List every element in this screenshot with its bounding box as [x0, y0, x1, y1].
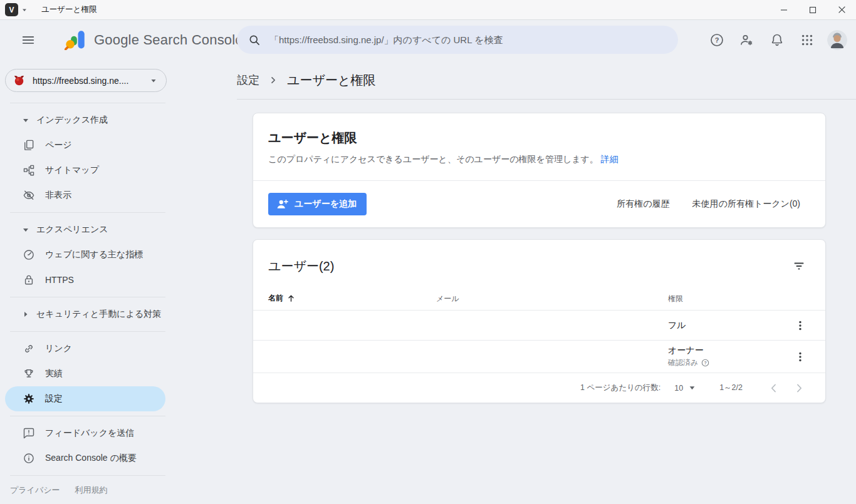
search-icon — [248, 34, 261, 46]
sidebar-item-core-web-vitals[interactable]: ウェブに関する主な指標 — [5, 242, 165, 267]
terms-link[interactable]: 利用規約 — [75, 485, 108, 496]
url-inspection-searchbox[interactable] — [237, 26, 678, 54]
apps-grid-button[interactable] — [795, 28, 820, 53]
account-avatar[interactable] — [827, 30, 847, 50]
privacy-link[interactable]: プライバシー — [10, 485, 60, 496]
close-button[interactable] — [827, 0, 856, 20]
description-text: このプロパティにアクセスできるユーザーと、そのユーザーの権限を管理します。 — [268, 154, 598, 164]
rows-per-page-select[interactable]: 10 — [674, 384, 696, 393]
lock-icon — [23, 274, 35, 286]
browser-titlebar: V ユーザーと権限 — [0, 0, 856, 20]
sidebar-item-label: 実績 — [45, 368, 63, 379]
hamburger-menu-button[interactable] — [16, 28, 41, 53]
info-icon — [23, 452, 35, 465]
sidebar-item-label: Search Console の概要 — [45, 453, 137, 464]
avatar-image — [827, 30, 847, 50]
sidebar-item-feedback[interactable]: フィードバックを送信 — [5, 421, 165, 446]
cell-permission: フル — [668, 320, 790, 331]
unused-tokens-button[interactable]: 未使用の所有権トークン(0) — [692, 198, 800, 210]
appbar-actions: ? — [704, 28, 847, 53]
person-add-icon — [276, 198, 289, 211]
freebsd-favicon — [13, 75, 25, 86]
window-controls — [770, 0, 856, 20]
ownership-history-button[interactable]: 所有権の履歴 — [617, 198, 669, 210]
row-menu-button[interactable] — [790, 351, 810, 363]
apps-grid-icon — [800, 33, 814, 47]
sidebar-item-label: 非表示 — [45, 190, 71, 201]
next-page-button[interactable] — [786, 376, 812, 401]
sidebar-item-label: ウェブに関する主な指標 — [45, 249, 143, 260]
property-selector[interactable]: https://freebsd.sing.ne.... — [5, 69, 167, 92]
breadcrumb-chevron-icon — [269, 76, 278, 85]
rows-per-page-label: 1 ページあたりの行数: — [580, 383, 660, 393]
search-input[interactable] — [269, 34, 667, 45]
pages-icon — [23, 139, 35, 152]
filter-button[interactable] — [788, 255, 810, 277]
maximize-button[interactable] — [798, 0, 827, 20]
tab-title: ユーザーと権限 — [41, 4, 97, 15]
column-header-email[interactable]: メール — [436, 292, 668, 304]
sidebar-item-label: ページ — [45, 140, 72, 151]
permissions-card-description: このプロパティにアクセスできるユーザーと、そのユーザーの権限を管理します。 詳細 — [268, 154, 810, 165]
page-title: ユーザーと権限 — [287, 72, 375, 89]
filter-icon — [793, 260, 805, 272]
section-indexing[interactable]: インデックス作成 — [5, 108, 165, 133]
divider — [10, 297, 165, 297]
sidebar-item-settings[interactable]: 設定 — [5, 386, 165, 411]
feedback-icon — [23, 427, 35, 440]
sidebar-item-sitemaps[interactable]: サイトマップ — [5, 158, 165, 183]
sidebar-footer: プライバシー 利用規約 — [10, 485, 188, 496]
cell-permission-note: 確認済み ? — [668, 357, 790, 368]
divider — [10, 103, 165, 103]
column-header-permission[interactable]: 権限 — [668, 292, 790, 304]
svg-text:?: ? — [704, 361, 707, 365]
help-button[interactable]: ? — [704, 28, 729, 53]
column-header-name[interactable]: 名前 — [268, 293, 436, 304]
sidebar: https://freebsd.sing.ne.... インデックス作成 ページ… — [0, 59, 188, 504]
sitemap-icon — [23, 164, 35, 177]
breadcrumb-settings-link[interactable]: 設定 — [237, 73, 259, 88]
minimize-icon — [780, 6, 788, 14]
sidebar-item-pages[interactable]: ページ — [5, 133, 165, 158]
caret-expanded-icon — [23, 224, 29, 236]
browser-menu-button[interactable]: V — [5, 3, 18, 16]
eye-off-icon — [23, 189, 35, 202]
help-icon: ? — [709, 33, 724, 48]
user-gear-icon — [739, 33, 754, 48]
permissions-card: ユーザーと権限 このプロパティにアクセスできるユーザーと、そのユーザーの権限を管… — [253, 113, 826, 228]
table-header-row: 名前 メール 権限 — [253, 286, 825, 310]
rows-per-page-value: 10 — [674, 384, 683, 393]
table-row: フル — [253, 310, 825, 340]
sidebar-item-label: 設定 — [45, 393, 63, 404]
add-user-button[interactable]: ユーザーを追加 — [268, 193, 367, 215]
sidebar-item-label: フィードバックを送信 — [45, 428, 134, 439]
sidebar-item-achievements[interactable]: 実績 — [5, 361, 165, 386]
table-pagination: 1 ページあたりの行数: 10 1～2/2 — [253, 373, 825, 403]
notifications-button[interactable] — [765, 28, 790, 53]
learn-more-link[interactable]: 詳細 — [601, 154, 619, 164]
link-icon — [23, 342, 35, 355]
gauge-icon — [23, 249, 35, 261]
chevron-left-icon — [769, 383, 779, 393]
minimize-button[interactable] — [770, 0, 798, 20]
section-security[interactable]: セキュリティと手動による対策 — [5, 302, 165, 327]
cell-permission: オーナー — [668, 345, 790, 356]
sidebar-item-removals[interactable]: 非表示 — [5, 183, 165, 208]
help-circle-icon[interactable]: ? — [701, 359, 709, 367]
row-menu-button[interactable] — [790, 320, 810, 331]
sidebar-item-about[interactable]: Search Console の概要 — [5, 446, 165, 471]
column-label: メール — [436, 294, 459, 303]
gear-icon — [23, 393, 35, 405]
search-console-logo[interactable]: Google Search Console — [65, 30, 243, 50]
kebab-menu-icon — [795, 320, 806, 331]
previous-page-button[interactable] — [761, 376, 786, 401]
column-label: 名前 — [268, 293, 283, 304]
search-console-logo-icon — [65, 30, 86, 50]
chevron-down-icon — [150, 77, 157, 85]
section-experience[interactable]: エクスペリエンス — [5, 217, 165, 242]
property-url: https://freebsd.sing.ne.... — [33, 76, 142, 86]
user-settings-button[interactable] — [734, 28, 759, 53]
users-table-card: ユーザー(2) 名前 メール 権限 — [253, 239, 826, 403]
sidebar-item-links[interactable]: リンク — [5, 336, 165, 361]
sidebar-item-https[interactable]: HTTPS — [5, 267, 165, 292]
